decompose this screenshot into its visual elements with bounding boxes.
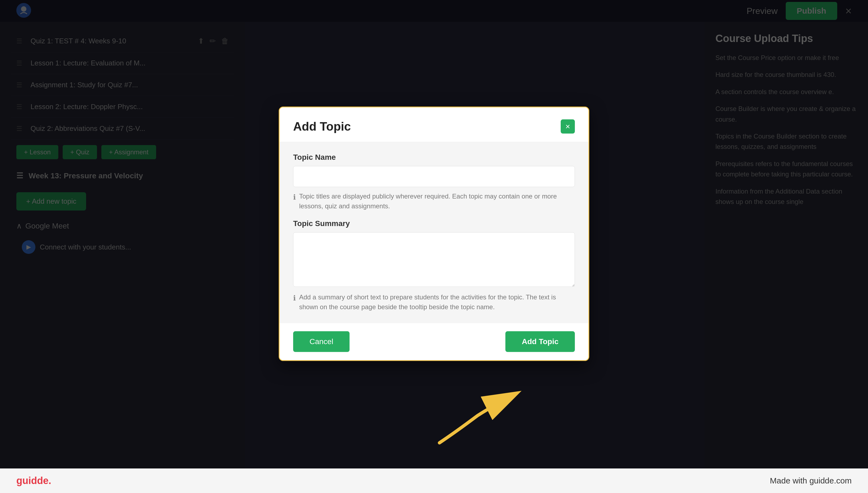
- topic-summary-hint-text: Add a summary of short text to prepare s…: [299, 292, 575, 312]
- topic-summary-textarea[interactable]: [293, 232, 575, 287]
- hint-icon-1: ℹ: [293, 192, 296, 202]
- guidde-logo: guidde.: [16, 475, 51, 487]
- cancel-button[interactable]: Cancel: [293, 331, 349, 352]
- add-topic-confirm-button[interactable]: Add Topic: [505, 331, 575, 352]
- topic-name-input[interactable]: [293, 166, 575, 187]
- hint-icon-2: ℹ: [293, 293, 296, 303]
- guidde-brand: guidde.: [16, 475, 51, 486]
- add-topic-modal: Add Topic × Topic Name ℹ Topic titles ar…: [279, 107, 589, 361]
- guidde-tagline: Made with guidde.com: [770, 476, 852, 485]
- modal-close-button[interactable]: ×: [561, 120, 575, 134]
- bottom-bar: guidde. Made with guidde.com: [0, 469, 868, 493]
- modal-title: Add Topic: [293, 120, 351, 133]
- modal-header: Add Topic ×: [279, 107, 589, 142]
- modal-footer: Cancel Add Topic: [279, 323, 589, 360]
- topic-name-label: Topic Name: [293, 153, 575, 162]
- topic-summary-label: Topic Summary: [293, 219, 575, 228]
- topic-name-hint: ℹ Topic titles are displayed publicly wh…: [293, 191, 575, 211]
- topic-summary-hint-partial: ℹ Add a summary of short text to prepare…: [293, 292, 575, 312]
- topic-name-hint-text: Topic titles are displayed publicly wher…: [299, 191, 575, 211]
- modal-body: Topic Name ℹ Topic titles are displayed …: [279, 142, 589, 323]
